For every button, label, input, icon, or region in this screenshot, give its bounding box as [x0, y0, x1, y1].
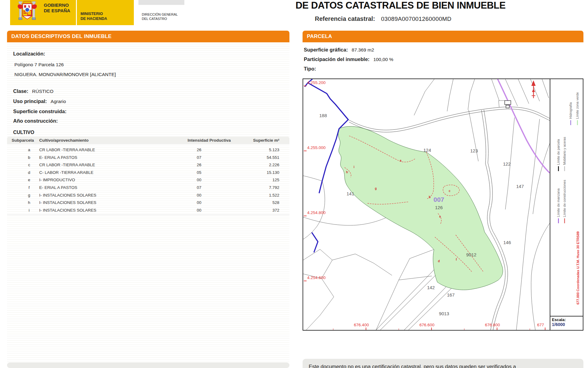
localizacion-label: Localización: [13, 51, 45, 56]
legend-swatch [570, 120, 571, 125]
referencia-value: 03089A007001260000MD [381, 16, 451, 22]
left-panel-footer [7, 362, 289, 368]
referencia-label: Referencia catastral: [315, 15, 375, 22]
table-row: aCR LABOR -TIERRA ARABLE265.123 [7, 147, 289, 154]
uso-principal-value: Agrario [51, 99, 66, 104]
svg-text:167: 167 [447, 292, 454, 297]
svg-text:9012: 9012 [466, 252, 476, 257]
legend-swatch [564, 166, 565, 171]
gobierno-logo: GOBIERNO DE ESPAÑA MINISTERIO DE HACIEND… [10, 0, 134, 25]
direccion-general-text: DIRECCIÓN GENERAL DEL CATASTRO [142, 12, 178, 21]
legend-swatch [577, 120, 578, 125]
table-row: gI- INSTALACIONES SOLARES001.522 [7, 192, 289, 200]
referencia-catastral: Referencia catastral: 03089A007001260000… [315, 15, 451, 22]
page-title: DE DATOS CATASTRALES DE BIEN INMUEBLE [296, 0, 498, 11]
col-superficie: Superficie m² [240, 138, 279, 143]
datos-descriptivos-header: DATOS DESCRIPTIVOS DEL INMUEBLE [7, 31, 289, 42]
svg-text:g: g [375, 187, 377, 190]
anio-construccion-label: Año construcción: [13, 118, 58, 124]
legend-item: Hidrografía [569, 102, 572, 125]
legend-item: Límite de manzana [556, 188, 560, 223]
svg-text:142: 142 [427, 285, 435, 290]
legend-item: Límite de construcciones [563, 180, 566, 223]
cultivo-table-header: Subparcela Cultivo/aprovechamiento Inten… [7, 137, 289, 144]
address-line-2: NIGUERA. MONOVAR/MONOVER [ALICANTE] [14, 72, 116, 77]
svg-text:676.600: 676.600 [420, 323, 435, 327]
datos-descriptivos-body: Localización: Polígono 7 Parcela 126 NIG… [7, 42, 289, 368]
table-row: iI- INSTALACIONES SOLARES00372 [7, 207, 289, 215]
svg-text:h: h [346, 171, 348, 174]
table-row: fE- ERIAL A PASTOS077.792 [7, 184, 289, 192]
svg-text:147: 147 [516, 184, 524, 189]
superficie-grafica-label: Superficie gráfica: [304, 47, 348, 52]
parcela-header: PARCELA [303, 31, 583, 42]
svg-text:676.400: 676.400 [354, 323, 369, 327]
superficie-construida-label: Superficie construida: [13, 109, 66, 114]
clase-value: RÚSTICO [32, 89, 54, 94]
ministerio-text: MINISTERIO DE HACIENDA [81, 12, 107, 21]
participacion-label: Participación del inmueble: [304, 56, 370, 62]
scale-value: 1/6000 [552, 322, 583, 327]
legend-item: Límite zona verde [575, 92, 579, 125]
address-line-1: Polígono 7 Parcela 126 [14, 62, 64, 67]
svg-text:4.254.600: 4.254.600 [307, 275, 326, 280]
svg-text:4.255.200: 4.255.200 [307, 80, 326, 85]
uso-principal-label: Uso principal: [13, 98, 47, 104]
svg-text:e: e [439, 215, 441, 218]
col-intensidad: Intensidad Productiva [179, 138, 240, 143]
disclaimer-text: Este documento no es una certificación c… [309, 363, 529, 368]
svg-text:d: d [438, 259, 440, 263]
svg-text:c: c [449, 189, 450, 193]
svg-text:188: 188 [319, 113, 327, 118]
svg-text:122: 122 [503, 161, 511, 167]
table-row: dC- LABOR -TIERRA ARABLE0515.130 [7, 169, 289, 177]
cultivo-rows: aCR LABOR -TIERRA ARABLE265.123bE- ERIAL… [7, 147, 289, 214]
svg-text:a: a [400, 159, 401, 162]
table-row: hI- INSTALACIONES SOLARES00528 [7, 199, 289, 207]
svg-text:i: i [354, 165, 355, 169]
coat-of-arms-icon [13, 1, 42, 25]
svg-text:123: 123 [470, 148, 478, 153]
header-gray-box [138, 0, 184, 5]
crs-note: 677.000 Coordenadas U.T.M. Huso 30 ETRS8… [576, 232, 580, 305]
table-row: bE- ERIAL A PASTOS0754.551 [7, 154, 289, 162]
table-row: cCR LABOR -TIERRA ARABLE262.226 [7, 162, 289, 169]
logo-separator [76, 0, 77, 25]
participacion-value: 100,00 % [373, 57, 394, 62]
map-canvas: 1881241231221471411261461421679012901300… [303, 79, 550, 330]
legend-item: Límite de parcela [556, 139, 560, 171]
purple-road [498, 79, 550, 173]
svg-text:9013: 9013 [439, 311, 449, 316]
cadastral-map: 1881241231221471411261461421679012901300… [303, 79, 583, 331]
map-legend: 677.000 Coordenadas U.T.M. Huso 30 ETRS8… [550, 79, 583, 330]
gobierno-text: GOBIERNO DE ESPAÑA [44, 2, 70, 13]
parcela-body: Superficie gráfica: 87.369 m2 Participac… [303, 42, 583, 368]
highlighted-parcel [338, 126, 503, 290]
legend-swatch [564, 218, 565, 223]
legend-swatch [558, 218, 559, 223]
datos-descriptivos-panel: DATOS DESCRIPTIVOS DEL INMUEBLE Localiza… [7, 31, 289, 368]
svg-text:141: 141 [346, 191, 354, 196]
table-row: eI- IMPRODUCTIVO00125 [7, 177, 289, 184]
cultivo-title: CULTIVO [13, 130, 34, 135]
svg-text:4.255.000: 4.255.000 [307, 145, 326, 150]
disclaimer-note: Este documento no es una certificación c… [303, 359, 583, 368]
svg-text:677: 677 [537, 323, 544, 327]
scale-label: Escala: [552, 317, 583, 322]
svg-text:b: b [429, 195, 431, 199]
clase-label: Clase: [13, 88, 28, 94]
svg-text:4.254.800: 4.254.800 [307, 210, 326, 215]
tipo-label: Tipo: [304, 66, 316, 71]
svg-text:676.800: 676.800 [485, 323, 500, 327]
svg-text:007: 007 [433, 196, 444, 203]
legend-item: Mobiliario y aceras [563, 137, 566, 171]
table-bottom-rule [7, 215, 289, 215]
superficie-grafica-value: 87.369 m2 [352, 47, 374, 52]
parcela-panel: PARCELA Superficie gráfica: 87.369 m2 Pa… [303, 31, 583, 368]
col-cultivo: Cultivo/aprovechamiento [39, 138, 89, 143]
legend-swatch [558, 166, 559, 171]
scale-box: Escala: 1/6000 [550, 316, 583, 330]
svg-text:124: 124 [423, 148, 431, 153]
svg-text:146: 146 [503, 240, 511, 245]
svg-text:126: 126 [435, 205, 443, 210]
